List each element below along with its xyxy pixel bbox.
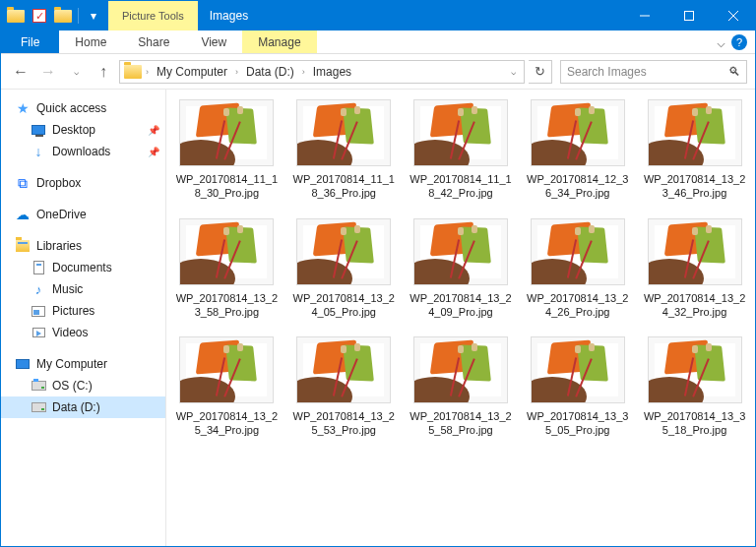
file-item[interactable]: WP_20170814_13_35_05_Pro.jpg	[525, 336, 630, 438]
crumb-folder[interactable]: Images	[309, 65, 355, 79]
nav-drive-c[interactable]: OS (C:)	[1, 375, 165, 396]
search-placeholder: Search Images	[567, 65, 647, 79]
context-tab-label: Picture Tools	[122, 10, 184, 22]
maximize-button[interactable]	[666, 1, 711, 30]
tab-home[interactable]: Home	[59, 30, 122, 53]
file-item[interactable]: WP_20170814_13_23_58_Pro.jpg	[174, 218, 280, 320]
content-pane[interactable]: WP_20170814_11_18_30_Pro.jpgWP_20170814_…	[166, 90, 755, 546]
file-item[interactable]: WP_20170814_12_36_34_Pro.jpg	[525, 99, 630, 201]
pin-icon: 📌	[148, 147, 159, 157]
back-button[interactable]: ←	[9, 60, 32, 84]
crumb-drive[interactable]: Data (D:)	[242, 65, 298, 79]
nav-quick-access[interactable]: ★ Quick access	[1, 97, 165, 119]
up-button[interactable]: ↑	[92, 60, 115, 84]
tab-file[interactable]: File	[1, 30, 59, 53]
tab-share[interactable]: Share	[122, 30, 185, 53]
nav-label: Music	[52, 282, 83, 296]
forward-button[interactable]: →	[36, 60, 60, 84]
file-item[interactable]: WP_20170814_13_24_32_Pro.jpg	[642, 218, 747, 320]
nav-label: Downloads	[52, 145, 110, 158]
nav-label: My Computer	[36, 357, 107, 371]
nav-my-computer[interactable]: My Computer	[1, 353, 165, 375]
location-folder-icon	[124, 65, 142, 79]
nav-documents[interactable]: Documents	[1, 257, 165, 278]
thumbnail	[531, 336, 625, 403]
file-name: WP_20170814_13_23_58_Pro.jpg	[175, 291, 278, 320]
videos-icon	[31, 325, 46, 340]
nav-desktop[interactable]: Desktop 📌	[1, 119, 165, 141]
nav-pictures[interactable]: Pictures	[1, 300, 165, 322]
crumb-my-computer[interactable]: My Computer	[153, 65, 231, 79]
close-button[interactable]	[711, 1, 755, 30]
tab-manage[interactable]: Manage	[242, 30, 316, 53]
nav-dropbox[interactable]: ⧉ Dropbox	[1, 172, 165, 194]
nav-label: Pictures	[52, 304, 94, 318]
thumbnail	[648, 99, 742, 166]
thumbnail	[413, 336, 508, 403]
nav-label: Quick access	[36, 101, 106, 115]
file-name: WP_20170814_11_18_30_Pro.jpg	[175, 172, 278, 201]
file-item[interactable]: WP_20170814_11_18_42_Pro.jpg	[409, 99, 514, 201]
file-item[interactable]: WP_20170814_13_23_46_Pro.jpg	[642, 99, 747, 201]
file-name: WP_20170814_13_25_34_Pro.jpg	[175, 409, 278, 438]
file-name: WP_20170814_13_24_09_Pro.jpg	[410, 291, 512, 320]
help-icon[interactable]: ?	[731, 34, 747, 50]
search-icon[interactable]: 🔍︎	[728, 65, 740, 79]
chevron-right-icon[interactable]: ›	[144, 67, 151, 77]
tab-view[interactable]: View	[185, 30, 242, 53]
nav-videos[interactable]: Videos	[1, 322, 165, 343]
file-item[interactable]: WP_20170814_11_18_36_Pro.jpg	[291, 99, 397, 201]
chevron-right-icon[interactable]: ›	[233, 67, 240, 77]
refresh-button[interactable]: ↻	[529, 60, 552, 84]
qat-separator	[78, 8, 79, 24]
file-name: WP_20170814_13_35_05_Pro.jpg	[527, 409, 629, 438]
nav-label: OneDrive	[36, 208, 87, 221]
desktop-icon	[31, 122, 46, 138]
ribbon-collapse-icon[interactable]: ⌵	[717, 34, 725, 49]
qat-folder-icon[interactable]	[5, 5, 27, 27]
chevron-right-icon[interactable]: ›	[300, 67, 307, 77]
titlebar: ✓ ▾ Picture Tools Images	[1, 1, 755, 30]
recent-locations-dropdown[interactable]: ⌵	[64, 60, 88, 84]
qat-properties-icon[interactable]: ✓	[29, 5, 50, 27]
nav-downloads[interactable]: ↓ Downloads 📌	[1, 141, 165, 162]
music-icon: ♪	[31, 281, 46, 297]
file-name: WP_20170814_11_18_42_Pro.jpg	[410, 172, 512, 201]
nav-label: Videos	[52, 326, 88, 339]
drive-icon	[31, 399, 46, 415]
file-name: WP_20170814_11_18_36_Pro.jpg	[292, 172, 395, 201]
file-name: WP_20170814_12_36_34_Pro.jpg	[527, 172, 629, 201]
thumbnail	[413, 99, 508, 166]
star-icon: ★	[15, 100, 31, 116]
qat-new-folder-icon[interactable]	[52, 5, 74, 27]
minimize-button[interactable]	[622, 1, 666, 30]
nav-drive-d[interactable]: Data (D:)	[1, 396, 165, 418]
quick-access-toolbar: ✓ ▾	[1, 1, 108, 30]
file-item[interactable]: WP_20170814_13_24_26_Pro.jpg	[525, 218, 630, 320]
file-item[interactable]: WP_20170814_13_35_18_Pro.jpg	[642, 336, 747, 438]
file-item[interactable]: WP_20170814_13_25_53_Pro.jpg	[291, 336, 397, 438]
file-item[interactable]: WP_20170814_11_18_30_Pro.jpg	[174, 99, 280, 201]
file-item[interactable]: WP_20170814_13_25_34_Pro.jpg	[174, 336, 280, 438]
nav-music[interactable]: ♪ Music	[1, 278, 165, 300]
file-name: WP_20170814_13_23_46_Pro.jpg	[644, 172, 746, 201]
nav-onedrive[interactable]: ☁ OneDrive	[1, 204, 165, 225]
dropbox-icon: ⧉	[15, 175, 31, 191]
nav-label: Dropbox	[36, 176, 81, 190]
ribbon-tabs: File Home Share View Manage ⌵ ?	[1, 30, 755, 54]
file-name: WP_20170814_13_24_32_Pro.jpg	[644, 291, 746, 320]
address-dropdown-icon[interactable]: ⌵	[507, 67, 520, 77]
navigation-pane[interactable]: ★ Quick access Desktop 📌 ↓ Downloads 📌 ⧉…	[1, 90, 166, 546]
file-item[interactable]: WP_20170814_13_24_09_Pro.jpg	[409, 218, 514, 320]
breadcrumb-bar[interactable]: › My Computer › Data (D:) › Images ⌵	[119, 60, 525, 84]
window-title: Images	[198, 1, 622, 30]
nav-label: OS (C:)	[52, 379, 93, 393]
search-input[interactable]: Search Images 🔍︎	[560, 60, 747, 84]
nav-libraries[interactable]: Libraries	[1, 235, 165, 257]
address-bar: ← → ⌵ ↑ › My Computer › Data (D:) › Imag…	[1, 54, 755, 90]
file-item[interactable]: WP_20170814_13_25_58_Pro.jpg	[409, 336, 514, 438]
file-item[interactable]: WP_20170814_13_24_05_Pro.jpg	[291, 218, 397, 320]
cloud-icon: ☁	[15, 207, 31, 222]
qat-customize-dropdown[interactable]: ▾	[83, 5, 104, 27]
pictures-icon	[31, 303, 46, 319]
